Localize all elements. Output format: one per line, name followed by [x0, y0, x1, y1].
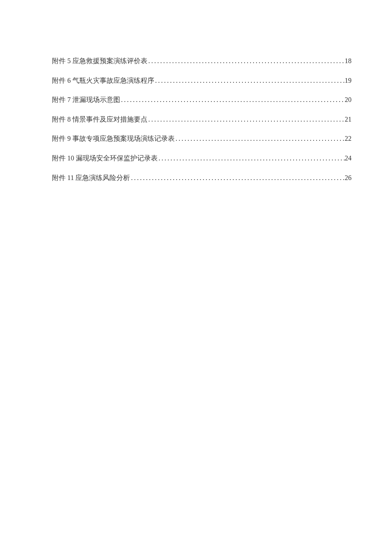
- toc-leader-dots: [147, 114, 345, 125]
- toc-entry: 附件 10 漏现场安全环保监护记录表 24: [52, 153, 352, 164]
- toc-page-number: 21: [345, 114, 352, 125]
- toc-leader-dots: [158, 153, 345, 164]
- toc-entry: 附件 7 泄漏现场示意图 20: [52, 94, 352, 105]
- toc-title: 附件 8 情景事件及应对措施要点: [52, 114, 147, 125]
- toc-leader-dots: [154, 75, 345, 86]
- toc-entry: 附件 9 事故专项应急预案现场演练记录表 22: [52, 133, 352, 144]
- toc-title: 附件 10 漏现场安全环保监护记录表: [52, 153, 158, 164]
- toc-page-number: 20: [345, 94, 352, 105]
- toc-title: 附件 6 气瓶火灾事故应急演练程序: [52, 75, 154, 86]
- toc-title: 附件 9 事故专项应急预案现场演练记录表: [52, 133, 175, 144]
- toc-page-number: 26: [345, 172, 352, 183]
- toc-entry: 附件 8 情景事件及应对措施要点 21: [52, 114, 352, 125]
- toc-entry: 附件 11 应急演练风险分析 26: [52, 172, 352, 183]
- toc-leader-dots: [147, 55, 345, 67]
- toc-title: 附件 7 泄漏现场示意图: [52, 94, 120, 105]
- toc-title: 附件 5 应急救援预案演练评价表: [52, 55, 147, 67]
- toc-leader-dots: [130, 172, 345, 183]
- toc-title: 附件 11 应急演练风险分析: [52, 172, 130, 183]
- toc-leader-dots: [120, 94, 345, 105]
- toc-page-number: 24: [345, 153, 352, 164]
- toc-entry: 附件 6 气瓶火灾事故应急演练程序 19: [52, 75, 352, 86]
- toc-leader-dots: [175, 133, 345, 144]
- toc-page-number: 18: [345, 55, 352, 67]
- toc-container: 附件 5 应急救援预案演练评价表 18 附件 6 气瓶火灾事故应急演练程序 19…: [0, 0, 392, 183]
- toc-entry: 附件 5 应急救援预案演练评价表 18: [52, 55, 352, 67]
- toc-page-number: 19: [345, 75, 352, 86]
- toc-page-number: 22: [345, 133, 352, 144]
